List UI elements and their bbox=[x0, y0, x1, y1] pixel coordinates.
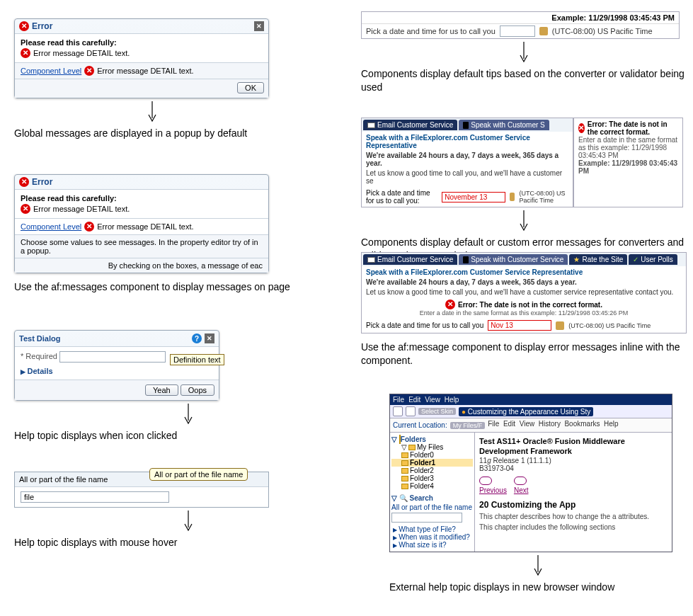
ok-button[interactable]: OK bbox=[237, 82, 264, 93]
firefox-icon: ● bbox=[462, 408, 466, 416]
date-input-error[interactable] bbox=[488, 320, 551, 331]
date-field-label: Pick a date and time for us to call you: bbox=[366, 189, 437, 205]
file-name-input[interactable] bbox=[21, 491, 169, 503]
oops-button[interactable]: Oops bbox=[181, 384, 214, 396]
example-text: Example: 11/29/1998 03:45:43 PM bbox=[578, 159, 678, 175]
example-text: Example: 11/29/1998 03:45:43 PM bbox=[551, 13, 675, 22]
help-icon[interactable]: ? bbox=[192, 333, 202, 343]
tab-speak[interactable]: Speak with Customer S bbox=[459, 120, 549, 130]
folder-icon bbox=[401, 460, 408, 466]
help-content: Test AS11+ Oracle® Fusion Middleware Dev… bbox=[475, 433, 653, 552]
submenu-view[interactable]: View bbox=[520, 420, 535, 428]
submenu-history[interactable]: History bbox=[539, 420, 561, 428]
next-arrow-icon[interactable] bbox=[514, 477, 527, 485]
facet-modified[interactable]: When was it modified? bbox=[391, 533, 473, 541]
location-tab[interactable]: My Files/F bbox=[450, 422, 486, 429]
tree-root[interactable]: ▽ My Files bbox=[391, 443, 473, 451]
file-name-panel: All or part of the file name All or part… bbox=[14, 472, 269, 508]
date-input-error[interactable] bbox=[442, 192, 505, 203]
chapter-toc: This chapter includes the following sect… bbox=[479, 523, 649, 531]
submenu-file[interactable]: File bbox=[488, 420, 499, 428]
error-detail: Error message DETAIL text. bbox=[97, 222, 193, 231]
facet-size[interactable]: What size is it? bbox=[391, 541, 473, 549]
arrow-down-icon bbox=[184, 404, 193, 425]
contact-tabs-panel: Email Customer Service Speak with Custom… bbox=[361, 118, 573, 207]
yeah-button[interactable]: Yeah bbox=[145, 384, 178, 396]
date-picker-icon[interactable] bbox=[539, 27, 548, 35]
italic-g: g bbox=[487, 457, 491, 464]
tab-speak[interactable]: Speak with Customer Service bbox=[459, 254, 568, 265]
next-link[interactable]: Next bbox=[514, 486, 529, 494]
date-input[interactable] bbox=[500, 25, 535, 37]
tab-polls[interactable]: ✓User Polls bbox=[629, 254, 677, 265]
close-icon[interactable]: ✕ bbox=[205, 333, 214, 343]
date-tip-box: Example: 11/29/1998 03:45:43 PM Pick a d… bbox=[361, 11, 680, 39]
arrow-down-icon bbox=[184, 511, 193, 532]
availability-text: We're available 24 hours a day, 7 days a… bbox=[366, 152, 559, 167]
error-popup-global: ✕ Error ✕ Please read this carefully: ✕ … bbox=[14, 18, 269, 98]
check-icon: ✓ bbox=[633, 256, 638, 263]
toolbar-button[interactable] bbox=[393, 406, 403, 416]
doc-title-1: Test AS11+ Oracle® Fusion Middleware bbox=[479, 437, 649, 445]
chapter-heading: 20 Customizing the App bbox=[479, 500, 649, 510]
inline-error-title: Error: The date is not in the correct fo… bbox=[458, 301, 602, 309]
arrow-down-icon bbox=[520, 42, 528, 63]
search-input[interactable] bbox=[391, 513, 462, 523]
phone-icon bbox=[463, 122, 469, 129]
popup-heading: Please read this carefully: bbox=[21, 194, 263, 203]
submenu-bookmarks[interactable]: Bookmarks bbox=[564, 420, 600, 428]
menu-help[interactable]: Help bbox=[445, 396, 459, 404]
menu-view[interactable]: View bbox=[425, 396, 440, 404]
hover-tooltip: All or part of the file name bbox=[149, 468, 248, 481]
tree-item[interactable]: Folder0 bbox=[391, 451, 473, 459]
banner: Speak with a FileExplorer.com Customer S… bbox=[362, 266, 686, 278]
component-level-link[interactable]: Component Level bbox=[21, 67, 81, 75]
folder-icon bbox=[401, 452, 408, 458]
component-level-link[interactable]: Component Level bbox=[21, 222, 81, 231]
close-icon[interactable]: ✕ bbox=[254, 21, 264, 31]
tab-email[interactable]: Email Customer Service bbox=[363, 120, 457, 130]
facet-type[interactable]: What type of File? bbox=[391, 525, 473, 533]
error-icon: ✕ bbox=[21, 48, 30, 58]
toolbar-button[interactable] bbox=[406, 406, 416, 416]
folder-icon bbox=[408, 445, 416, 450]
tree-item[interactable]: Folder3 bbox=[391, 474, 473, 482]
tree-item-selected[interactable]: Folder1 bbox=[391, 459, 473, 467]
error-detail: Error message DETAIL text. bbox=[97, 67, 193, 75]
date-field-label: Pick a date and time for us to call you bbox=[366, 321, 483, 329]
window-title: Error bbox=[32, 177, 52, 187]
tab-rate[interactable]: ★Rate the Site bbox=[569, 254, 627, 265]
external-help-window: File Edit View Help Select Skin ● Custom… bbox=[389, 394, 672, 552]
prev-link[interactable]: Previous bbox=[479, 486, 507, 494]
error-note-callout: ✕Error: The date is not in the correct f… bbox=[573, 118, 683, 207]
select-skin[interactable]: Select Skin bbox=[418, 408, 456, 415]
tab-email[interactable]: Email Customer Service bbox=[363, 254, 457, 265]
error-icon: ✕ bbox=[84, 222, 94, 232]
caption: Global messages are displayed in a popup… bbox=[14, 127, 290, 140]
tree-item[interactable]: Folder4 bbox=[391, 482, 473, 490]
submenu-edit[interactable]: Edit bbox=[503, 420, 515, 428]
menu-file[interactable]: File bbox=[393, 396, 404, 404]
arrow-down-icon bbox=[148, 101, 156, 122]
part-number: B31973-04 bbox=[479, 464, 649, 472]
error-icon: ✕ bbox=[84, 66, 94, 76]
date-picker-icon[interactable] bbox=[510, 193, 515, 201]
search-heading: Search bbox=[410, 494, 433, 502]
dialog-title: Test Dialog bbox=[19, 334, 60, 343]
arrow-down-icon bbox=[534, 555, 542, 576]
error-icon: ✕ bbox=[578, 123, 585, 133]
tree-item[interactable]: Folder2 bbox=[391, 467, 473, 474]
prev-arrow-icon[interactable] bbox=[479, 477, 492, 485]
popup-footer: By checking on the boxes, a message of e… bbox=[15, 258, 268, 273]
phone-icon bbox=[463, 256, 469, 263]
error-icon: ✕ bbox=[19, 21, 29, 31]
envelope-icon bbox=[367, 257, 375, 263]
availability-text: We're available 24 hours a day, 7 days a… bbox=[366, 278, 577, 286]
details-disclosure[interactable]: Details bbox=[21, 367, 213, 375]
required-input[interactable] bbox=[59, 351, 166, 363]
browser-tab[interactable]: ● Customizing the Appearance Using Sty bbox=[459, 407, 593, 416]
date-picker-icon[interactable] bbox=[556, 321, 564, 330]
release: Release 1 (11.1.1) bbox=[493, 457, 551, 464]
menu-edit[interactable]: Edit bbox=[408, 396, 420, 404]
submenu-help[interactable]: Help bbox=[604, 420, 619, 428]
